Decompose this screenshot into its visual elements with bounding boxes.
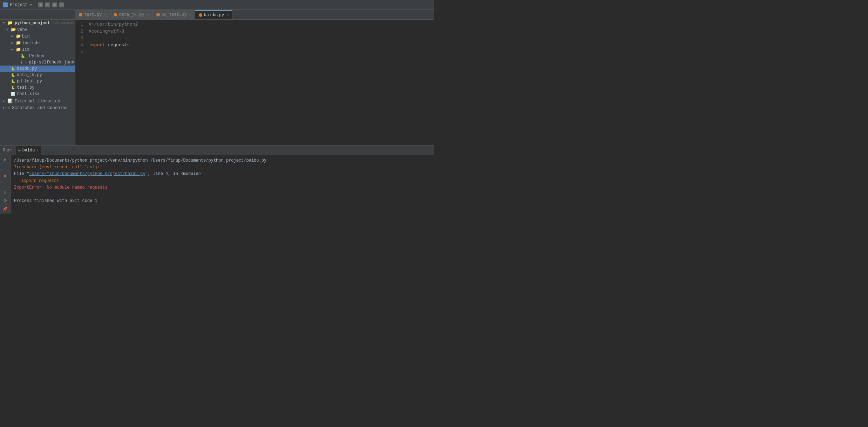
run-config-icon[interactable]: ≡: [45, 2, 50, 7]
output-line-path: /Users/finup/Documents/python_project/ve…: [14, 157, 430, 164]
output-file-suffix: ", line 4, in <module>: [145, 171, 201, 176]
tab-close-data-jk[interactable]: ✕: [147, 13, 149, 17]
sidebar-item-include[interactable]: ▶ 📁 include: [0, 40, 75, 46]
lib-folder-icon: 📁: [16, 47, 21, 52]
run-pause-button[interactable]: ⏸: [2, 190, 8, 196]
settings-icon[interactable]: ⚙: [52, 2, 57, 7]
sidebar-item-python-file[interactable]: 🐍 .Python: [0, 53, 75, 59]
run-up-button[interactable]: ↑: [2, 165, 8, 171]
sidebar-item-project-root[interactable]: ▼ 📁 python_project ~/Documents/python_pr…: [0, 20, 75, 26]
baidu-label: baidu.py: [17, 66, 37, 71]
run-play-button[interactable]: ▶: [2, 157, 8, 163]
run-pin-button[interactable]: 📌: [2, 206, 8, 212]
sidebar-item-test[interactable]: 🐍 test.py: [0, 84, 75, 91]
ext-libs-icon: 📊: [7, 99, 13, 104]
output-line-file-ref: File "/Users/finup/Documents/python_proj…: [14, 171, 430, 177]
run-down-button[interactable]: ↓: [2, 181, 8, 187]
tabs-bar: test.py ✕ data_jk.py ✕ pd_test.py ✕ baid…: [0, 10, 434, 20]
run-tab-close[interactable]: ✕: [36, 148, 38, 152]
tab-test[interactable]: test.py ✕: [75, 10, 110, 19]
test-py-label: test.py: [17, 85, 34, 90]
sidebar-item-venv[interactable]: ▼ 📂 venv: [0, 26, 75, 33]
sidebar-item-pd-test[interactable]: 🐍 pd_test.py: [0, 78, 75, 84]
xlsx-icon: 📊: [11, 92, 15, 96]
project-dropdown-icon[interactable]: ▼: [29, 3, 32, 7]
sidebar-item-bin[interactable]: ▶ 📁 bin: [0, 33, 75, 40]
output-line-traceback: Traceback (most recent call last):: [14, 164, 430, 171]
tab-data-jk[interactable]: data_jk.py ✕: [110, 10, 152, 19]
tab-close-test[interactable]: ✕: [104, 13, 106, 17]
main-area: ▼ 📁 python_project ~/Documents/python_pr…: [0, 20, 434, 145]
run-rerun-button[interactable]: ⟳: [2, 198, 8, 204]
tab-icon-test: [79, 13, 82, 16]
scratches-arrow: ▶: [1, 106, 6, 110]
run-tab-baidu[interactable]: ▶ baidu ✕: [16, 146, 41, 155]
ext-libs-label: External Libraries: [15, 99, 60, 104]
pip-selfcheck-label: pip-selfcheck.json: [29, 60, 74, 65]
lib-arrow: ▶: [10, 48, 15, 52]
tab-baidu[interactable]: baidu.py ✕: [195, 10, 233, 19]
sidebar-item-baidu[interactable]: 🐍 baidu.py: [0, 66, 75, 72]
tab-close-pd-test[interactable]: ✕: [189, 13, 191, 17]
python-file-label: .Python: [27, 54, 44, 59]
baidu-file-icon: 🐍: [11, 67, 15, 71]
tab-label-pd-test: pd_test.py: [162, 12, 187, 17]
code-content[interactable]: #!/usr/bin/python2 #coding=utf-8 import …: [86, 21, 434, 144]
run-label: Run:: [3, 148, 13, 153]
data-jk-icon: 🐍: [11, 73, 15, 77]
sidebar-item-external-libs[interactable]: ▶ 📊 External Libraries: [0, 98, 75, 104]
output-line-import: import requests: [14, 178, 430, 184]
build-icon[interactable]: ⚙: [38, 2, 43, 7]
run-output: /Users/finup/Documents/python_project/ve…: [11, 155, 434, 214]
line-4-import-keyword: import: [89, 42, 105, 48]
sidebar: ▼ 📁 python_project ~/Documents/python_pr…: [0, 20, 75, 145]
sidebar-item-data-jk[interactable]: 🐍 data_jk.py: [0, 72, 75, 78]
ext-libs-arrow: ▶: [1, 99, 6, 103]
run-tabs-bar: Run: ▶ baidu ✕: [0, 145, 434, 155]
project-arrow: ▼: [1, 21, 6, 25]
output-exit-text: Process finished with exit code 1: [14, 198, 97, 203]
xlsx-label: test.xlsx: [17, 92, 40, 96]
tab-icon-pd-test: [156, 13, 160, 16]
tab-label-baidu: baidu.py: [204, 13, 224, 18]
scratches-icon: ✎: [7, 105, 10, 110]
output-traceback-text: Traceback (most recent call last):: [14, 165, 100, 170]
bin-label: bin: [22, 34, 30, 39]
project-icon: [3, 2, 8, 7]
lib-label: lib: [22, 47, 30, 52]
bin-arrow: ▶: [10, 34, 15, 38]
line-4-import-module: requests: [105, 42, 130, 48]
tab-icon-baidu: [199, 13, 202, 17]
bottom-panel: Run: ▶ baidu ✕ ▶ ↑ ■ ↓ ⏸ ⟳ 📌 /Users/finu…: [0, 145, 434, 214]
tab-pd-test[interactable]: pd_test.py ✕: [153, 10, 195, 19]
run-stop-button[interactable]: ■: [2, 173, 8, 179]
tab-close-baidu[interactable]: ✕: [226, 13, 229, 17]
output-file-link[interactable]: /Users/finup/Documents/python_project/ba…: [29, 171, 145, 176]
run-controls: ▶ ↑ ■ ↓ ⏸ ⟳ 📌: [0, 155, 11, 214]
run-content: ▶ ↑ ■ ↓ ⏸ ⟳ 📌 /Users/finup/Documents/pyt…: [0, 155, 434, 214]
scratches-label: Scratches and Consoles: [12, 106, 67, 110]
line-1-shebang: #!/usr/bin/python2: [89, 22, 138, 27]
include-folder-icon: 📁: [16, 40, 21, 46]
project-path-label: ~/Documents/python_project: [53, 21, 75, 25]
sidebar-item-test-xlsx[interactable]: 📊 test.xlsx: [0, 91, 75, 97]
minimize-icon[interactable]: —: [59, 2, 64, 7]
sidebar-item-scratches[interactable]: ▶ ✎ Scratches and Consoles: [0, 104, 75, 111]
ide-container: Project ▼ ⚙ ≡ ⚙ — test.py ✕ data_jk.py ✕…: [0, 0, 434, 214]
output-line-empty: [14, 191, 430, 198]
python-file-icon: 🐍: [21, 54, 25, 58]
output-path-text: /Users/finup/Documents/python_project/ve…: [14, 158, 266, 163]
json-file-icon: { }: [21, 61, 27, 65]
venv-folder-icon: 📂: [11, 27, 16, 32]
output-error-text: ImportError: No module named requests: [14, 185, 107, 190]
project-name: python_project: [15, 21, 50, 26]
output-file-prefix: File ": [14, 171, 29, 176]
pd-test-icon: 🐍: [11, 79, 15, 83]
sidebar-item-lib[interactable]: ▶ 📁 lib: [0, 46, 75, 53]
sidebar-item-pip-selfcheck[interactable]: { } pip-selfcheck.json: [0, 59, 75, 66]
editor-area[interactable]: 1 2 3 4 5 #!/usr/bin/python2 #coding=utf…: [75, 20, 434, 145]
include-arrow: ▶: [10, 41, 15, 45]
title-controls: ⚙ ≡ ⚙ —: [38, 2, 64, 7]
line-numbers: 1 2 3 4 5: [75, 21, 86, 144]
title-bar: Project ▼ ⚙ ≡ ⚙ —: [0, 0, 434, 10]
